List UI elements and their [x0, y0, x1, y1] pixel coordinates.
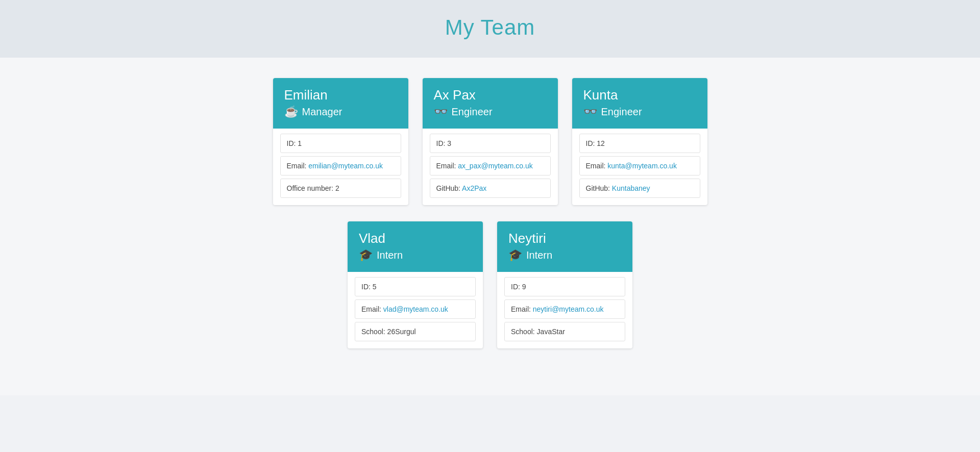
- role-line-ax-pax: 👓Engineer: [434, 105, 547, 118]
- member-name-neytiri: Neytiri: [508, 231, 621, 246]
- field-label-emilian-2: Office number:: [287, 184, 335, 192]
- card-field-neytiri-2: School: JavaStar: [504, 322, 625, 341]
- coffee-icon: ☕: [284, 105, 298, 118]
- field-label-vlad-1: Email:: [361, 305, 383, 313]
- field-label-kunta-0: ID:: [586, 139, 597, 147]
- card-field-emilian-1: Email: emilian@myteam.co.uk: [280, 156, 401, 175]
- member-role-ax-pax: Engineer: [452, 106, 493, 118]
- card-header-vlad: Vlad🎓Intern: [348, 221, 483, 272]
- member-role-neytiri: Intern: [526, 249, 552, 261]
- card-field-kunta-0: ID: 12: [579, 134, 700, 153]
- field-label-ax-pax-1: Email:: [436, 162, 458, 170]
- card-vlad: Vlad🎓InternID: 5Email: vlad@myteam.co.uk…: [348, 221, 483, 348]
- card-field-neytiri-1: Email: neytiri@myteam.co.uk: [504, 299, 625, 319]
- card-field-kunta-2: GitHub: Kuntabaney: [579, 179, 700, 198]
- card-field-emilian-0: ID: 1: [280, 134, 401, 153]
- card-field-vlad-2: School: 26Surgul: [355, 322, 476, 341]
- card-emilian: Emilian☕ManagerID: 1Email: emilian@mytea…: [273, 78, 408, 205]
- member-role-vlad: Intern: [377, 249, 403, 261]
- card-neytiri: Neytiri🎓InternID: 9Email: neytiri@myteam…: [497, 221, 632, 348]
- role-line-neytiri: 🎓Intern: [508, 248, 621, 262]
- field-label-vlad-0: ID:: [361, 283, 373, 291]
- field-label-ax-pax-0: ID:: [436, 139, 448, 147]
- member-role-kunta: Engineer: [601, 106, 642, 118]
- card-body-neytiri: ID: 9Email: neytiri@myteam.co.ukSchool: …: [497, 272, 632, 348]
- role-line-kunta: 👓Engineer: [583, 105, 696, 118]
- card-body-vlad: ID: 5Email: vlad@myteam.co.ukSchool: 26S…: [348, 272, 483, 348]
- card-header-emilian: Emilian☕Manager: [273, 78, 408, 129]
- graduation-icon: 🎓: [508, 248, 522, 262]
- field-value-emilian-2: 2: [335, 184, 339, 192]
- field-value-kunta-0: 12: [597, 139, 605, 147]
- field-value-ax-pax-0: 3: [447, 139, 451, 147]
- role-line-vlad: 🎓Intern: [359, 248, 472, 262]
- card-field-ax-pax-2: GitHub: Ax2Pax: [430, 179, 551, 198]
- member-name-kunta: Kunta: [583, 87, 696, 103]
- card-ax-pax: Ax Pax👓EngineerID: 3Email: ax_pax@myteam…: [423, 78, 558, 205]
- card-field-vlad-0: ID: 5: [355, 277, 476, 296]
- field-link-kunta-2[interactable]: Kuntabaney: [612, 184, 650, 192]
- team-row-1: Emilian☕ManagerID: 1Email: emilian@mytea…: [10, 78, 970, 205]
- field-link-neytiri-1[interactable]: neytiri@myteam.co.uk: [533, 305, 604, 313]
- field-label-emilian-1: Email:: [287, 162, 309, 170]
- field-value-neytiri-2: JavaStar: [537, 328, 565, 336]
- page-title: My Team: [0, 15, 980, 40]
- main-content: Emilian☕ManagerID: 1Email: emilian@mytea…: [0, 58, 980, 395]
- field-label-neytiri-0: ID:: [511, 283, 522, 291]
- glasses-icon: 👓: [583, 105, 597, 118]
- glasses-icon: 👓: [434, 105, 448, 118]
- role-line-emilian: ☕Manager: [284, 105, 397, 118]
- field-link-ax-pax-1[interactable]: ax_pax@myteam.co.uk: [458, 162, 533, 170]
- field-label-kunta-2: GitHub:: [586, 184, 612, 192]
- card-field-ax-pax-0: ID: 3: [430, 134, 551, 153]
- card-field-ax-pax-1: Email: ax_pax@myteam.co.uk: [430, 156, 551, 175]
- field-label-vlad-2: School:: [361, 328, 387, 336]
- field-label-kunta-1: Email:: [586, 162, 608, 170]
- field-link-emilian-1[interactable]: emilian@myteam.co.uk: [308, 162, 383, 170]
- card-kunta: Kunta👓EngineerID: 12Email: kunta@myteam.…: [572, 78, 707, 205]
- field-link-kunta-1[interactable]: kunta@myteam.co.uk: [607, 162, 677, 170]
- field-label-neytiri-1: Email:: [511, 305, 533, 313]
- card-body-emilian: ID: 1Email: emilian@myteam.co.ukOffice n…: [273, 129, 408, 205]
- card-header-kunta: Kunta👓Engineer: [572, 78, 707, 129]
- card-field-emilian-2: Office number: 2: [280, 179, 401, 198]
- member-role-emilian: Manager: [302, 106, 342, 118]
- card-field-vlad-1: Email: vlad@myteam.co.uk: [355, 299, 476, 319]
- field-label-emilian-0: ID:: [287, 139, 298, 147]
- card-header-neytiri: Neytiri🎓Intern: [497, 221, 632, 272]
- field-value-vlad-0: 5: [373, 283, 377, 291]
- field-value-emilian-0: 1: [298, 139, 302, 147]
- card-body-kunta: ID: 12Email: kunta@myteam.co.ukGitHub: K…: [572, 129, 707, 205]
- field-link-vlad-1[interactable]: vlad@myteam.co.uk: [383, 305, 448, 313]
- field-value-neytiri-0: 9: [522, 283, 526, 291]
- card-body-ax-pax: ID: 3Email: ax_pax@myteam.co.ukGitHub: A…: [423, 129, 558, 205]
- card-field-kunta-1: Email: kunta@myteam.co.uk: [579, 156, 700, 175]
- card-field-neytiri-0: ID: 9: [504, 277, 625, 296]
- field-link-ax-pax-2[interactable]: Ax2Pax: [462, 184, 486, 192]
- graduation-icon: 🎓: [359, 248, 373, 262]
- field-label-ax-pax-2: GitHub:: [436, 184, 462, 192]
- card-header-ax-pax: Ax Pax👓Engineer: [423, 78, 558, 129]
- member-name-emilian: Emilian: [284, 87, 397, 103]
- member-name-ax-pax: Ax Pax: [434, 87, 547, 103]
- field-label-neytiri-2: School:: [511, 328, 537, 336]
- page-header: My Team: [0, 0, 980, 58]
- team-row-2: Vlad🎓InternID: 5Email: vlad@myteam.co.uk…: [10, 221, 970, 348]
- member-name-vlad: Vlad: [359, 231, 472, 246]
- field-value-vlad-2: 26Surgul: [387, 328, 416, 336]
